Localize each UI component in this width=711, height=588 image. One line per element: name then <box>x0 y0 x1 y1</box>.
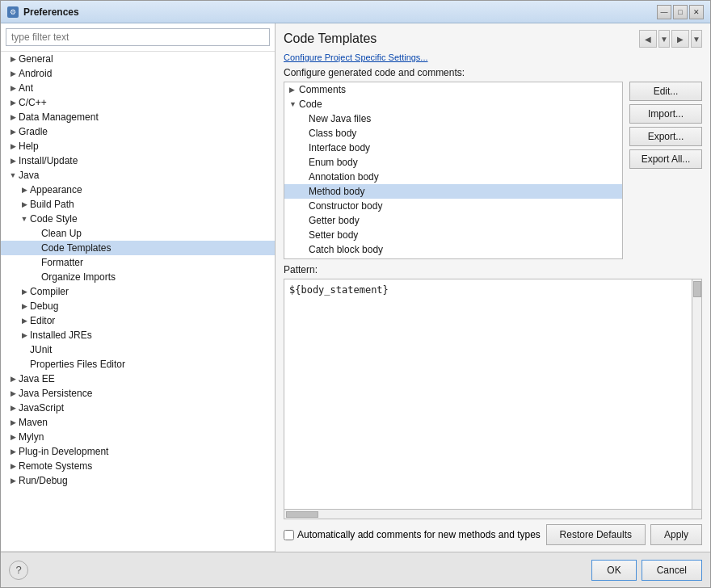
auto-comments-checkbox[interactable] <box>284 530 294 540</box>
sidebar-item-android[interactable]: ▶Android <box>1 66 275 81</box>
sidebar-item-organize-imports[interactable]: Organize Imports <box>1 270 275 284</box>
template-item-enum-body[interactable]: Enum body <box>284 155 622 170</box>
title-bar: ⚙ Preferences — □ ✕ <box>1 1 710 23</box>
left-panel: ▶General▶Android▶Ant▶C/C++▶Data Manageme… <box>1 23 276 552</box>
tree-label-installed-jres: Installed JREs <box>30 330 92 341</box>
tree-arrow-editor: ▶ <box>19 315 30 326</box>
sidebar-item-gradle[interactable]: ▶Gradle <box>1 124 275 139</box>
templates-tree: ▶Comments▼CodeNew Java filesClass bodyIn… <box>284 82 623 259</box>
sidebar-item-install-update[interactable]: ▶Install/Update <box>1 153 275 168</box>
template-label-enum-body: Enum body <box>309 157 358 168</box>
template-label-method-body: Method body <box>309 186 364 197</box>
tree-arrow-compiler: ▶ <box>19 286 30 297</box>
apply-button[interactable]: Apply <box>650 524 702 545</box>
tree-arrow-java: ▼ <box>7 170 19 181</box>
sidebar-item-remote-systems[interactable]: ▶Remote Systems <box>1 459 275 473</box>
tree-arrow-help: ▶ <box>7 141 19 152</box>
restore-defaults-button[interactable]: Restore Defaults <box>546 524 646 545</box>
sidebar-item-editor[interactable]: ▶Editor <box>1 313 275 328</box>
template-item-setter-body[interactable]: Setter body <box>284 228 622 242</box>
tree-label-gradle: Gradle <box>19 126 48 137</box>
bottom-options: Automatically add comments for new metho… <box>284 524 702 545</box>
sidebar-item-code-templates[interactable]: Code Templates <box>1 241 275 255</box>
template-arrow-code: ▼ <box>289 100 299 108</box>
close-button[interactable]: ✕ <box>689 5 704 19</box>
preferences-window: ⚙ Preferences — □ ✕ ▶General▶Android▶Ant… <box>0 0 711 588</box>
sidebar-item-debug[interactable]: ▶Debug <box>1 299 275 313</box>
sidebar-item-junit[interactable]: JUnit <box>1 342 275 357</box>
config-project-link[interactable]: Configure Project Specific Settings... <box>284 52 702 62</box>
tree-label-android: Android <box>19 68 52 79</box>
sidebar-item-installed-jres[interactable]: ▶Installed JREs <box>1 328 275 342</box>
nav-back-dropdown[interactable]: ▼ <box>658 30 670 48</box>
sidebar-item-formatter[interactable]: Formatter <box>1 255 275 270</box>
tree-label-formatter: Formatter <box>41 257 83 268</box>
template-label-class-body: Class body <box>309 128 356 139</box>
minimize-button[interactable]: — <box>657 5 671 19</box>
sidebar-item-appearance[interactable]: ▶Appearance <box>1 183 275 197</box>
sidebar-item-cpp[interactable]: ▶C/C++ <box>1 95 275 110</box>
tree-arrow-java-ee: ▶ <box>7 373 19 384</box>
help-button[interactable]: ? <box>9 561 28 580</box>
sidebar-item-javascript[interactable]: ▶JavaScript <box>1 401 275 415</box>
tree-arrow-organize-imports <box>30 271 41 283</box>
nav-forward-dropdown[interactable]: ▼ <box>691 30 702 48</box>
tree-arrow-maven: ▶ <box>7 417 19 428</box>
template-item-interface-body[interactable]: Interface body <box>284 141 622 155</box>
sidebar-item-mylyn[interactable]: ▶Mylyn <box>1 430 275 444</box>
export-button[interactable]: Export... <box>629 127 702 146</box>
tree-label-general: General <box>19 53 53 65</box>
tree-arrow-java-persistence: ▶ <box>7 388 19 399</box>
template-item-catch-block[interactable]: Catch block body <box>284 242 622 257</box>
sidebar-item-code-style[interactable]: ▼Code Style <box>1 212 275 226</box>
footer: ? OK Cancel <box>1 552 710 587</box>
sidebar-item-prop-files[interactable]: Properties Files Editor <box>1 357 275 372</box>
sidebar-item-clean-up[interactable]: Clean Up <box>1 226 275 241</box>
template-item-comments[interactable]: ▶Comments <box>284 82 622 97</box>
sidebar-item-run-debug[interactable]: ▶Run/Debug <box>1 473 275 488</box>
sidebar-item-ant[interactable]: ▶Ant <box>1 81 275 95</box>
sidebar-item-java[interactable]: ▼Java <box>1 168 275 183</box>
maximize-button[interactable]: □ <box>673 5 688 19</box>
tree-label-code-templates: Code Templates <box>41 242 111 254</box>
template-item-code[interactable]: ▼Code <box>284 97 622 111</box>
nav-forward-button[interactable]: ▶ <box>671 30 689 48</box>
tree-label-java: Java <box>19 170 39 181</box>
tree-arrow-code-templates <box>30 242 41 254</box>
edit-button[interactable]: Edit... <box>629 82 702 101</box>
pattern-horizontal-scrollbar[interactable] <box>284 509 701 519</box>
tree-label-java-ee: Java EE <box>19 373 55 384</box>
filter-input[interactable] <box>6 28 270 46</box>
template-item-constructor-body[interactable]: Constructor body <box>284 199 622 213</box>
template-item-class-body[interactable]: Class body <box>284 126 622 141</box>
import-button[interactable]: Import... <box>629 104 702 124</box>
sidebar-item-data-mgmt[interactable]: ▶Data Management <box>1 110 275 124</box>
tree-label-debug: Debug <box>30 300 58 312</box>
pattern-label: Pattern: <box>284 264 702 275</box>
sidebar-item-build-path[interactable]: ▶Build Path <box>1 197 275 212</box>
tree-arrow-appearance: ▶ <box>19 184 30 195</box>
tree-label-data-mgmt: Data Management <box>19 111 99 123</box>
sidebar-item-help[interactable]: ▶Help <box>1 139 275 153</box>
ok-button[interactable]: OK <box>591 560 636 581</box>
sidebar-item-java-ee[interactable]: ▶Java EE <box>1 372 275 386</box>
right-header: Code Templates ◀ ▼ ▶ ▼ <box>284 30 702 48</box>
sidebar-item-general[interactable]: ▶General <box>1 52 275 66</box>
tree-label-compiler: Compiler <box>30 286 69 297</box>
export-all-button[interactable]: Export All... <box>629 149 702 169</box>
sidebar-item-plugin-dev[interactable]: ▶Plug-in Development <box>1 444 275 459</box>
template-item-method-body[interactable]: Method body <box>284 184 622 199</box>
template-item-getter-body[interactable]: Getter body <box>284 213 622 228</box>
sidebar-item-compiler[interactable]: ▶Compiler <box>1 284 275 299</box>
tree-label-appearance: Appearance <box>30 184 82 195</box>
nav-back-button[interactable]: ◀ <box>639 30 657 48</box>
tree-arrow-android: ▶ <box>7 68 19 79</box>
template-item-new-java[interactable]: New Java files <box>284 111 622 126</box>
tree-arrow-formatter <box>30 257 41 268</box>
sidebar-item-maven[interactable]: ▶Maven <box>1 415 275 430</box>
sidebar-item-java-persistence[interactable]: ▶Java Persistence <box>1 386 275 401</box>
template-item-annotation-body[interactable]: Annotation body <box>284 170 622 184</box>
pattern-vertical-scrollbar[interactable] <box>692 279 701 509</box>
title-bar-controls: — □ ✕ <box>657 5 704 19</box>
cancel-button[interactable]: Cancel <box>642 560 702 581</box>
